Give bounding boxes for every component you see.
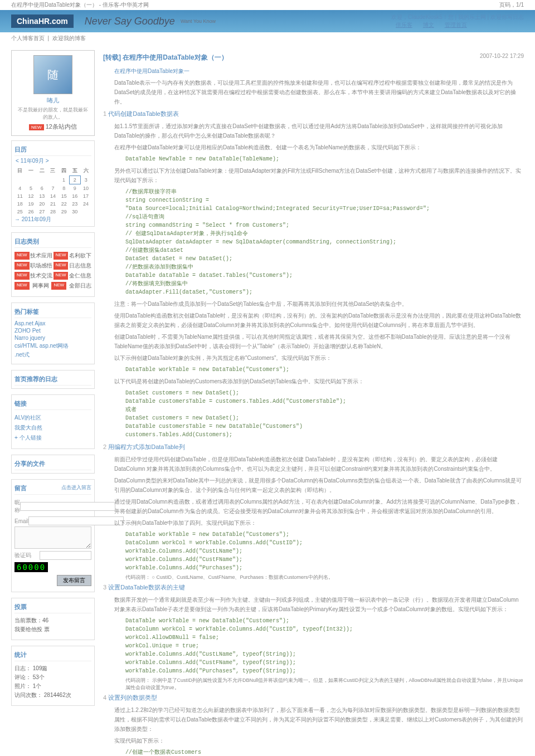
user-desc: 不是我最好的朋友，就是我最坏的敌人。 — [16, 106, 90, 121]
code-block: DataSet customers = new DataSet(); DataT… — [103, 387, 524, 441]
link-item[interactable]: ALV的社区 — [14, 413, 91, 423]
blog-title: Never Say Goodbye — [85, 16, 175, 27]
nickname[interactable]: 咘儿 — [16, 96, 90, 105]
intro-text: DataTable表示一个与内存有关的数据表，可以使用工具栏里面的控件拖放来创建… — [103, 77, 524, 108]
tag-item[interactable]: csi/HTML asp.net网络 — [14, 342, 91, 350]
nav-link-blog[interactable]: 博文 — [423, 22, 434, 28]
nav-link-admin[interactable]: 管理首页 — [445, 22, 467, 28]
vote-widget: 投票 当前票数：46 我要给他投 票 — [11, 598, 95, 640]
code-block: DataTable NewTable = new DataTable(Table… — [103, 153, 524, 165]
links-header: 链接 — [14, 398, 91, 410]
files-widget: 分享的文件 — [11, 455, 95, 474]
intro-label: 在程序中使用DataTable对象一 — [103, 65, 524, 77]
site-banner: ChinaHR.com Never Say Goodbye Want You K… — [0, 10, 535, 32]
calendar-widget: 日历 < 11年09月 > 日一二三四五六 123 45678910 11121… — [11, 140, 95, 227]
cal-current[interactable]: → 2011年09月 — [14, 216, 91, 223]
msg-textarea[interactable] — [14, 526, 91, 549]
msg-captcha-input[interactable] — [40, 551, 91, 560]
tags-widget: 热门标签 Asp.net Ajax ZOHO Pet Narro jquery … — [11, 303, 95, 364]
tag-item[interactable]: Asp.net Ajax — [14, 320, 91, 327]
msg-count[interactable]: 12条站内信 — [46, 123, 77, 130]
category-widget: 日志类别 NEW技术应用 NEW名利欲下 NEW职场感悟 NEW日志信息 NEW… — [11, 232, 95, 297]
nav-link-home[interactable]: 倍乐客 — [396, 22, 412, 28]
tags-header: 热门标签 — [14, 306, 91, 318]
calendar-header: 日历 — [14, 144, 91, 156]
files-header: 分享的文件 — [14, 458, 91, 470]
tag-item[interactable]: Narro jquery — [14, 334, 91, 342]
avatar: 随 — [33, 55, 72, 94]
doc-title: 在程序中使用DataTable对象（一） - 倍乐客-中华英才网 — [11, 1, 149, 9]
recommend-widget: 首页推荐的日志 — [11, 370, 95, 389]
welcome-text: 欢迎，ClaudeKiosk5！您 | 我的乐土网 | 欢迎你写日志 — [391, 14, 524, 20]
links-widget: 链接 ALV的社区 我爱大自然 + 个人链接 — [11, 394, 95, 449]
calendar-grid: 日一二三四五六 123 45678910 11121314151617 1819… — [14, 166, 91, 216]
cal-next[interactable]: > — [46, 158, 49, 164]
code-block: DataTable workTable = new DataTable("Cus… — [103, 529, 524, 574]
page-number: 页码，1/1 — [499, 1, 524, 9]
msg-counter: 60000 — [14, 562, 48, 572]
article-title: [转载] 在程序中使用DataTable对象（一） — [103, 53, 228, 62]
recommend-header: 首页推荐的日志 — [14, 373, 91, 386]
link-item[interactable]: 我爱大自然 — [14, 423, 91, 433]
vote-header: 投票 — [14, 601, 91, 613]
tab-personal[interactable]: 个人博客首页 — [11, 35, 45, 41]
new-badge: NEW — [29, 124, 44, 130]
msg-submit-button[interactable]: 发布留言 — [57, 575, 91, 586]
site-logo[interactable]: ChinaHR.com — [11, 14, 74, 28]
article-date: 2007-10-22 17:29 — [480, 53, 524, 62]
article-content: [转载] 在程序中使用DataTable对象（一） 2007-10-22 17:… — [103, 50, 524, 756]
blog-subtitle: Want You Know — [181, 18, 216, 24]
code-block: DataTable workTable = new DataTable("Cus… — [103, 615, 524, 677]
category-header: 日志类别 — [14, 236, 91, 248]
add-link[interactable]: + 个人链接 — [14, 433, 91, 443]
tab-welcome[interactable]: 欢迎我的博客 — [52, 35, 86, 41]
cal-prev[interactable]: < — [16, 158, 19, 164]
profile-box: 随 咘儿 不是我最好的朋友，就是我最坏的敌人。 NEW 12条站内信 — [11, 50, 95, 136]
cal-month: 11年09月 — [21, 158, 44, 164]
code-block: //创建一个数据表Customers DataTable CustomersTa… — [103, 747, 524, 756]
tag-item[interactable]: ZOHO Pet — [14, 327, 91, 334]
msg-name-input[interactable] — [20, 502, 115, 511]
tag-item[interactable]: .net式 — [14, 350, 91, 359]
code-block: DataTable workTable = new DataTable("Cus… — [103, 364, 524, 375]
stats-header: 统计 — [14, 649, 91, 661]
stats-widget: 统计 日志： 109篇 评论： 53个 照片： 1个 访问次数： 2814462… — [11, 646, 95, 706]
code-block: //数据库联接字符串 string connectionString = "Da… — [103, 186, 524, 298]
message-widget: 留言 点击进入留言 昵称 Email 验证码 60000 发布留言 — [11, 479, 95, 592]
